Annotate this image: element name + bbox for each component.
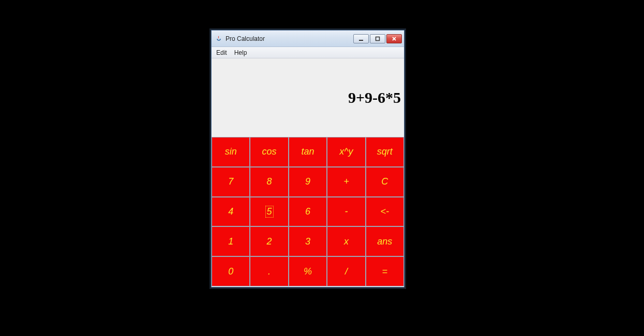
key-label: x bbox=[344, 236, 349, 247]
maximize-button[interactable] bbox=[370, 34, 385, 43]
digit-6-key[interactable]: 6 bbox=[289, 197, 326, 226]
key-label: 5 bbox=[266, 206, 273, 217]
menubar: Edit Help bbox=[212, 47, 404, 58]
equals-key[interactable]: = bbox=[366, 257, 403, 286]
digit-2-key[interactable]: 2 bbox=[250, 227, 288, 256]
multiply-key[interactable]: x bbox=[327, 227, 365, 256]
svg-rect-0 bbox=[359, 40, 363, 41]
divide-key[interactable]: / bbox=[327, 257, 365, 286]
cos-key[interactable]: cos bbox=[250, 138, 288, 166]
key-label: = bbox=[382, 266, 388, 277]
sin-key[interactable]: sin bbox=[212, 138, 249, 166]
key-label: 8 bbox=[267, 176, 272, 187]
key-label: 7 bbox=[228, 176, 233, 187]
key-label: <- bbox=[381, 206, 390, 217]
key-label: 1 bbox=[228, 236, 233, 247]
percent-key[interactable]: % bbox=[289, 257, 326, 286]
key-label: 4 bbox=[228, 206, 233, 217]
digit-8-key[interactable]: 8 bbox=[250, 167, 288, 196]
display: 9+9-6*5 bbox=[212, 58, 404, 137]
key-label: 6 bbox=[305, 206, 310, 217]
backspace-key[interactable]: <- bbox=[366, 197, 403, 226]
java-icon bbox=[215, 35, 223, 43]
minus-key[interactable]: - bbox=[327, 197, 365, 226]
key-label: 3 bbox=[305, 236, 310, 247]
key-label: / bbox=[345, 266, 348, 277]
keypad: sincostanx^ysqrt789+C456-<-123xans0.%/= bbox=[212, 137, 404, 286]
app-window: Pro Calculator Edit Help 9+9-6*5 sincost… bbox=[211, 30, 405, 287]
sqrt-key[interactable]: sqrt bbox=[366, 138, 403, 166]
key-label: ans bbox=[377, 236, 392, 247]
power-key[interactable]: x^y bbox=[327, 138, 365, 166]
decimal-key[interactable]: . bbox=[250, 257, 288, 286]
plus-key[interactable]: + bbox=[327, 167, 365, 196]
key-label: % bbox=[304, 266, 312, 277]
display-value: 9+9-6*5 bbox=[348, 89, 401, 106]
digit-4-key[interactable]: 4 bbox=[212, 197, 249, 226]
key-label: tan bbox=[301, 146, 314, 157]
minimize-button[interactable] bbox=[353, 34, 369, 43]
key-label: x^y bbox=[339, 146, 353, 157]
digit-3-key[interactable]: 3 bbox=[289, 227, 326, 256]
window-controls bbox=[353, 34, 402, 43]
tan-key[interactable]: tan bbox=[289, 138, 326, 166]
key-label: . bbox=[268, 266, 271, 277]
clear-key[interactable]: C bbox=[366, 167, 403, 196]
digit-1-key[interactable]: 1 bbox=[212, 227, 249, 256]
key-label: C bbox=[381, 176, 388, 187]
key-label: - bbox=[345, 206, 348, 217]
menu-edit[interactable]: Edit bbox=[214, 48, 230, 57]
digit-9-key[interactable]: 9 bbox=[289, 167, 326, 196]
key-label: 9 bbox=[305, 176, 310, 187]
menu-help[interactable]: Help bbox=[232, 48, 250, 57]
key-label: cos bbox=[262, 146, 277, 157]
key-label: sqrt bbox=[377, 146, 393, 157]
digit-7-key[interactable]: 7 bbox=[212, 167, 249, 196]
titlebar[interactable]: Pro Calculator bbox=[212, 30, 404, 47]
ans-key[interactable]: ans bbox=[366, 227, 403, 256]
key-label: 0 bbox=[228, 266, 233, 277]
digit-5-key[interactable]: 5 bbox=[250, 197, 288, 226]
svg-rect-1 bbox=[376, 37, 380, 40]
close-button[interactable] bbox=[386, 34, 402, 43]
key-label: sin bbox=[225, 146, 237, 157]
key-label: 2 bbox=[267, 236, 272, 247]
key-label: + bbox=[343, 176, 349, 187]
window-title: Pro Calculator bbox=[226, 35, 353, 42]
digit-0-key[interactable]: 0 bbox=[212, 257, 249, 286]
